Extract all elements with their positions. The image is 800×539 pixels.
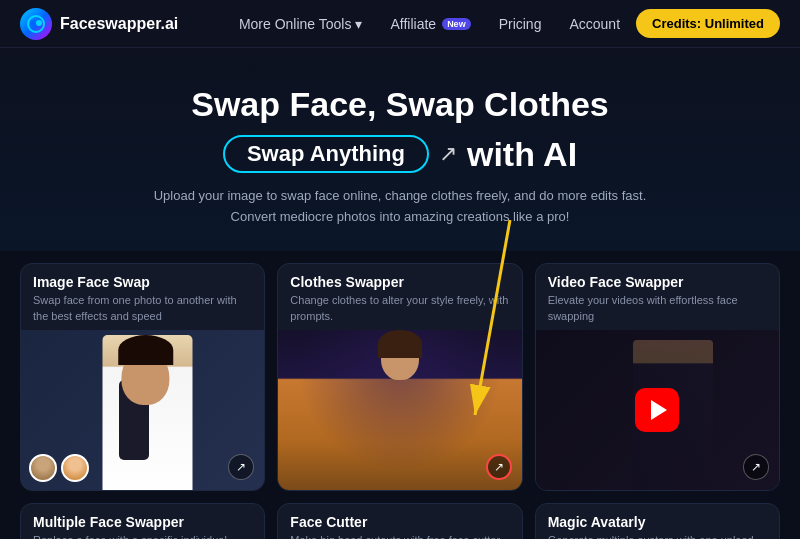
- bottom-card-1-desc: Replace a face with a specific individua…: [33, 533, 252, 539]
- hero-subtitle: Swap Anything ↗ with AI: [20, 135, 780, 174]
- nav-links: More Online Tools ▾ Affiliate New Pricin…: [227, 9, 780, 38]
- cards-grid: Image Face Swap Swap face from one photo…: [0, 251, 800, 491]
- card-1-arrow[interactable]: ↗: [228, 454, 254, 480]
- card-2-arrow[interactable]: ↗: [486, 454, 512, 480]
- play-button[interactable]: [635, 388, 679, 432]
- nav-pricing[interactable]: Pricing: [487, 10, 554, 38]
- card-image-face-swap[interactable]: Image Face Swap Swap face from one photo…: [20, 263, 265, 491]
- card-clothes-swapper[interactable]: Clothes Swapper Change clothes to alter …: [277, 263, 522, 491]
- card-3-title: Video Face Swapper: [548, 274, 767, 290]
- nav-tools[interactable]: More Online Tools ▾: [227, 10, 375, 38]
- bottom-card-2-desc: Make big head cutouts with free face cut…: [290, 533, 509, 539]
- svg-point-1: [30, 20, 36, 26]
- logo[interactable]: Faceswapper.ai: [20, 8, 178, 40]
- credits-button[interactable]: Credits: Unlimited: [636, 9, 780, 38]
- hero-section: Swap Face, Swap Clothes Swap Anything ↗ …: [0, 48, 800, 251]
- card-3-arrow[interactable]: ↗: [743, 454, 769, 480]
- card-3-desc: Elevate your videos with effortless face…: [548, 293, 767, 324]
- chevron-down-icon: ▾: [355, 16, 362, 32]
- bottom-card-1-title: Multiple Face Swapper: [33, 514, 252, 530]
- person-hair-top: [118, 335, 173, 365]
- card-3-header: Video Face Swapper Elevate your videos w…: [536, 264, 779, 330]
- link-icon: ↗: [439, 141, 457, 167]
- card-magic-avatarly[interactable]: Magic Avatarly Generate multiple avatars…: [535, 503, 780, 539]
- card-1-header: Image Face Swap Swap face from one photo…: [21, 264, 264, 330]
- card-video-face-swap[interactable]: Video Face Swapper Elevate your videos w…: [535, 263, 780, 491]
- face-thumb-1: [29, 454, 57, 482]
- card-1-image: ↗: [21, 330, 264, 490]
- logo-text: Faceswapper.ai: [60, 15, 178, 33]
- card-face-cutter[interactable]: Face Cutter Make big head cutouts with f…: [277, 503, 522, 539]
- swap-pill: Swap Anything: [223, 135, 429, 173]
- logo-icon: [20, 8, 52, 40]
- card-2-desc: Change clothes to alter your style freel…: [290, 293, 509, 324]
- bottom-card-3-title: Magic Avatarly: [548, 514, 767, 530]
- card-3-image: ↗: [536, 330, 779, 490]
- hero-title-line1: Swap Face, Swap Clothes: [20, 84, 780, 125]
- card-2-image: ↗: [278, 330, 521, 490]
- affiliate-badge: New: [442, 18, 471, 30]
- hero-with-ai: with AI: [467, 135, 577, 174]
- swap-faces-row: [29, 454, 89, 482]
- bottom-card-3-desc: Generate multiple avatars with one uploa…: [548, 533, 767, 539]
- warrior-hair: [378, 330, 422, 358]
- bottom-card-2-title: Face Cutter: [290, 514, 509, 530]
- nav-account[interactable]: Account: [557, 10, 632, 38]
- card-2-title: Clothes Swapper: [290, 274, 509, 290]
- card-multiple-face-swapper[interactable]: Multiple Face Swapper Replace a face wit…: [20, 503, 265, 539]
- hero-desc: Upload your image to swap face online, c…: [20, 186, 780, 228]
- card-1-title: Image Face Swap: [33, 274, 252, 290]
- card-2-header: Clothes Swapper Change clothes to alter …: [278, 264, 521, 330]
- face-thumb-2: [61, 454, 89, 482]
- nav-affiliate[interactable]: Affiliate New: [378, 10, 482, 38]
- bottom-cards-grid: Multiple Face Swapper Replace a face wit…: [0, 491, 800, 539]
- navbar: Faceswapper.ai More Online Tools ▾ Affil…: [0, 0, 800, 48]
- card-1-desc: Swap face from one photo to another with…: [33, 293, 252, 324]
- play-triangle-icon: [651, 400, 667, 420]
- svg-point-2: [36, 20, 42, 26]
